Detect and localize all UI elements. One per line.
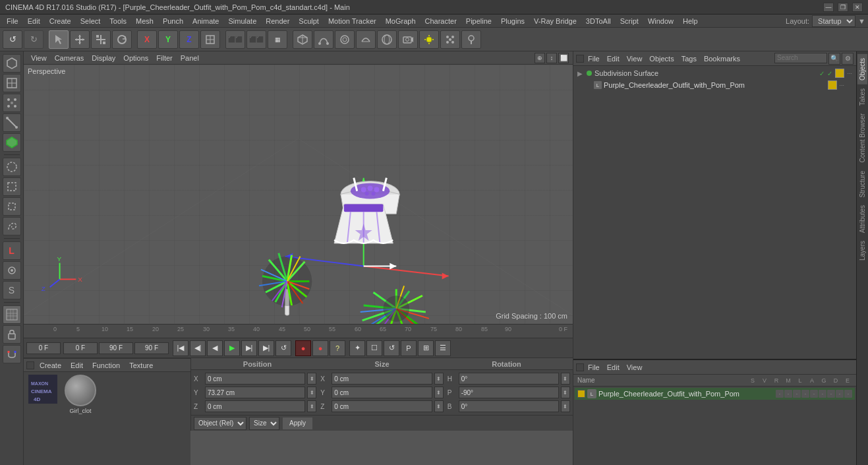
menu-mograph[interactable]: MoGraph bbox=[382, 16, 420, 26]
pan-view-button[interactable] bbox=[3, 261, 21, 280]
tab-objects[interactable]: Objects bbox=[857, 54, 867, 84]
tab-content-browser[interactable]: Content Browser bbox=[857, 109, 867, 166]
menu-tools[interactable]: Tools bbox=[105, 16, 130, 26]
hair-button[interactable] bbox=[461, 30, 481, 49]
menu-character[interactable]: Character bbox=[421, 16, 461, 26]
obj-objects-btn[interactable]: Objects bbox=[646, 53, 677, 64]
edges-mode-button[interactable] bbox=[3, 113, 21, 132]
object-row-outfit[interactable]: L Purple_Cheerleader_Outfit_with_Pom_Pom… bbox=[575, 79, 855, 91]
step-next-button[interactable]: ▶| bbox=[241, 340, 257, 356]
layout-arrow[interactable]: ▼ bbox=[858, 17, 865, 25]
menu-render[interactable]: Render bbox=[262, 16, 293, 26]
obj-view-btn[interactable]: View bbox=[623, 53, 646, 64]
obj-file-btn[interactable]: File bbox=[585, 53, 603, 64]
play-button[interactable]: ▶ bbox=[224, 340, 240, 356]
key-grid-button[interactable]: ⊞ bbox=[418, 340, 434, 356]
size-y-spin[interactable]: ⬍ bbox=[434, 387, 444, 398]
vp-menu-filter[interactable]: Filter bbox=[153, 53, 175, 63]
rotate-view-button[interactable]: L bbox=[3, 241, 21, 260]
rot-h-input[interactable]: 0° bbox=[459, 373, 559, 385]
rot-b-spin[interactable]: ⬍ bbox=[561, 400, 570, 412]
mat-mgr-edit-btn[interactable]: Edit bbox=[604, 362, 623, 373]
vp-menu-cameras[interactable]: Cameras bbox=[51, 53, 88, 63]
menu-create[interactable]: Create bbox=[45, 16, 75, 26]
tab-structure[interactable]: Structure bbox=[857, 167, 867, 202]
vp-menu-panel[interactable]: Panel bbox=[177, 53, 202, 63]
mat-texture-btn[interactable]: Texture bbox=[125, 360, 157, 371]
axis-z-button[interactable]: Z bbox=[179, 30, 199, 49]
lock-button[interactable] bbox=[3, 325, 21, 344]
menu-3dtoall[interactable]: 3DToAll bbox=[582, 16, 615, 26]
subdivision-row[interactable]: ▶ Subdivision Surface ✓ ✓ ··· bbox=[575, 67, 855, 79]
mat-mgr-file-btn[interactable]: File bbox=[585, 362, 603, 373]
texture-mode-button[interactable] bbox=[3, 74, 21, 92]
camera-button[interactable] bbox=[398, 30, 418, 49]
loop-button[interactable]: ↺ bbox=[275, 340, 291, 356]
menu-pipeline[interactable]: Pipeline bbox=[462, 16, 496, 26]
object-search-input[interactable] bbox=[774, 53, 827, 63]
world-coord-button[interactable] bbox=[200, 30, 220, 49]
sculpt-paint-button[interactable]: S bbox=[3, 281, 21, 299]
rot-h-spin[interactable]: ⬍ bbox=[561, 373, 570, 385]
key-options-button[interactable]: ☰ bbox=[435, 340, 451, 356]
play-record-button[interactable]: ⬛⬛ bbox=[246, 30, 266, 49]
key-rot-button[interactable]: ↺ bbox=[384, 340, 399, 356]
minimize-button[interactable]: — bbox=[823, 3, 834, 12]
light-button[interactable] bbox=[419, 30, 439, 49]
size-x-spin[interactable]: ⬍ bbox=[434, 373, 444, 385]
menu-vray[interactable]: V-Ray Bridge bbox=[530, 16, 581, 26]
vp-menu-options[interactable]: Options bbox=[120, 53, 152, 63]
tab-attributes[interactable]: Attributes bbox=[857, 201, 867, 237]
vp-maximize-icon[interactable]: ⬜ bbox=[558, 53, 569, 63]
key-sel-button[interactable]: ☐ bbox=[366, 340, 382, 356]
mat-edit-btn[interactable]: Edit bbox=[67, 360, 87, 371]
pos-z-spin[interactable]: ⬍ bbox=[307, 400, 316, 412]
grid-button[interactable] bbox=[3, 305, 21, 324]
frame-end2-input[interactable] bbox=[134, 342, 169, 354]
record-help-button[interactable]: ? bbox=[330, 340, 345, 356]
tab-takes[interactable]: Takes bbox=[857, 84, 867, 109]
vp-move-icon[interactable]: ⊕ bbox=[535, 53, 545, 63]
motion-clip-button[interactable]: ▦ bbox=[268, 30, 287, 49]
points-mode-button[interactable] bbox=[3, 94, 21, 112]
mat-mgr-view-btn[interactable]: View bbox=[623, 362, 646, 373]
menu-motion-tracker[interactable]: Motion Tracker bbox=[324, 16, 380, 26]
search-icon[interactable]: 🔍 bbox=[828, 53, 840, 65]
size-y-input[interactable]: 0 cm bbox=[332, 387, 432, 398]
key-move-button[interactable]: ✦ bbox=[349, 340, 365, 356]
go-end-button[interactable]: ▶| bbox=[258, 340, 274, 356]
select-mode-button[interactable] bbox=[49, 30, 69, 49]
size-z-input[interactable]: 0 cm bbox=[332, 400, 432, 412]
menu-script[interactable]: Script bbox=[616, 16, 643, 26]
keyframe-button[interactable]: ⬛⬛ bbox=[225, 30, 245, 49]
mat-create-btn[interactable]: Create bbox=[36, 360, 65, 371]
menu-window[interactable]: Window bbox=[644, 16, 678, 26]
key-p-button[interactable]: P bbox=[401, 340, 417, 356]
rot-p-spin[interactable]: ⬍ bbox=[561, 387, 570, 398]
freehand-select-button[interactable] bbox=[3, 217, 21, 235]
layout-select[interactable]: Startup bbox=[812, 15, 855, 27]
record-all-button[interactable]: ● bbox=[295, 340, 311, 356]
menu-select[interactable]: Select bbox=[76, 16, 105, 26]
go-start-button[interactable]: |◀ bbox=[173, 340, 188, 356]
obj-edit-btn[interactable]: Edit bbox=[604, 53, 623, 64]
undo-button[interactable]: ↺ bbox=[3, 30, 22, 49]
magnet-button[interactable] bbox=[3, 345, 21, 363]
rot-p-input[interactable]: -90° bbox=[459, 387, 559, 398]
record-pos-button[interactable]: ● bbox=[312, 340, 328, 356]
pos-y-spin[interactable]: ⬍ bbox=[307, 387, 316, 398]
menu-punch[interactable]: Punch bbox=[159, 16, 187, 26]
size-x-input[interactable]: 0 cm bbox=[332, 373, 432, 385]
redo-button[interactable]: ↻ bbox=[24, 30, 43, 49]
frame-current-input[interactable] bbox=[63, 342, 98, 354]
model-mode-button[interactable] bbox=[3, 54, 21, 73]
step-back-button[interactable]: ◀| bbox=[190, 340, 206, 356]
maximize-button[interactable]: ❐ bbox=[838, 3, 848, 12]
pos-x-input[interactable]: 0 cm bbox=[205, 373, 305, 385]
step-prev-button[interactable]: ◀ bbox=[207, 340, 223, 356]
frame-start-input[interactable]: 0 F bbox=[26, 342, 61, 354]
coord-system-select[interactable]: Object (Rel) bbox=[194, 417, 246, 430]
rotate-button[interactable] bbox=[112, 30, 132, 49]
poly-select-button[interactable] bbox=[3, 197, 21, 216]
axis-x-button[interactable]: X bbox=[137, 30, 157, 49]
